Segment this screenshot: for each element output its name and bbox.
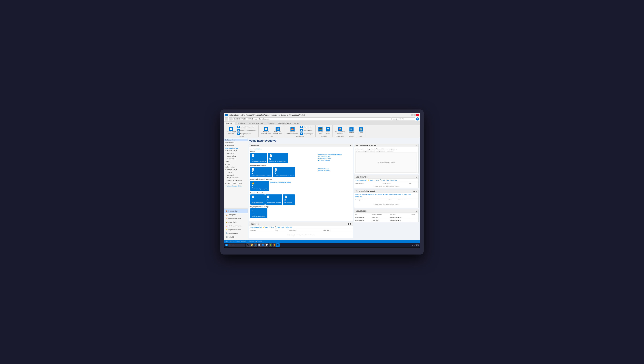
taskbar-app-8[interactable]: 🔶 [273, 243, 276, 247]
sidebar-item-nabavni-nalogi[interactable]: ▸ Nabavni nalogi [224, 150, 248, 152]
sidebar-item-kupci[interactable]: ▸ Kupci [224, 163, 248, 166]
nabavni-nalogi-card[interactable]: 📄 0 Nabavni nalogi, ki čakajo na odobri.… [250, 167, 272, 177]
knjizi-strolek-button[interactable]: 📊 Knjizi strolek zaloge v GK [237, 126, 258, 128]
notification-row-2[interactable]: BS\ANDREJA 7. 08. 2022 – uspešno končan. [355, 219, 418, 222]
close-button[interactable]: ✕ [416, 114, 418, 116]
novi-prejeti-docs-card[interactable]: 📄 0 Novi prejeti dokumenti [250, 194, 265, 204]
notification-row-1[interactable]: BS\ANDREJA 8. 08. 2022 – uspešno končan. [355, 216, 418, 219]
minimize-button[interactable]: ─ [411, 114, 413, 116]
sidebar-item-seznam-prodaje[interactable]: Seznam prodaje v EU [224, 179, 248, 182]
forward-button[interactable]: ▶ [229, 118, 232, 120]
opravila-card[interactable]: ✓ 0 Opravila uporabnikov v te... [250, 208, 267, 218]
sidebar-item-vendor-ledger[interactable]: ▸ Vendor Ledger Entries [224, 182, 248, 184]
suppliers-filter-btn[interactable]: Filter [386, 180, 389, 181]
report-all-btn[interactable]: Vsa poročila [375, 194, 382, 195]
taskbar-app-5[interactable]: 🔵 [261, 243, 265, 247]
sidebar-bottom-domaca-stran[interactable]: 🏠 Domača stran [224, 209, 248, 213]
usklajevanje-bancnega-button[interactable]: 🏦 Usklajevanjebančnega računa [272, 126, 283, 134]
tab-consolidation[interactable]: CONSOLIDATION [276, 121, 293, 125]
breadcrumb[interactable]: SLO OSNOVNO PODJETJE d.o.o. ▸ Domača str… [233, 118, 391, 120]
clear-filter-link[interactable]: Počisti filter [254, 148, 261, 150]
sidebar-bottom-administracija[interactable]: ⚙️ Administracija [224, 232, 248, 235]
tab-porocilo[interactable]: POROČILO [235, 121, 247, 125]
sidebar-item-dobavitelji[interactable]: ▸ Dobavitelji [224, 144, 248, 147]
navigiraj-button[interactable]: 🔍 Navigiraj [348, 127, 355, 134]
suppliers-collapse[interactable]: ▲ [415, 176, 417, 178]
sidebar-bottom-knjizeni[interactable]: 📁 Knjiženi dokumenti [224, 228, 248, 232]
customers-new-btn[interactable]: ✦ Novo [269, 226, 274, 228]
suppliers-manage-btn[interactable]: ↕ Upravljaj seznam [355, 180, 367, 181]
ocr-card[interactable]: 📄 0 OCR zaključen [283, 194, 295, 204]
sidebar-item-opomini[interactable]: Opomini [224, 171, 248, 174]
izracunaj-knjizi-button[interactable]: 📄 Izračunaj in knjižiobračun DDV [226, 126, 237, 134]
customers-filter-btn[interactable]: Filter [281, 226, 284, 228]
izdani-dobropis-button[interactable]: 📄 Izdani dobropis [300, 126, 314, 128]
sidebar-item-predracuni[interactable]: Predračuni [224, 152, 248, 155]
prejeti-dobropis-button[interactable]: 📨 Prejetidobropis [325, 126, 331, 134]
tab-analysis[interactable]: ANALYSIS [265, 121, 276, 125]
back-button[interactable]: ◀ [225, 118, 228, 120]
nov-izdani-link[interactable]: Nov izdani dobropis [318, 156, 352, 157]
ustvari-bremepise-link[interactable]: Ustvari bremepise ... [318, 170, 352, 171]
report-delete-btn[interactable]: ✕ Izbriši [383, 194, 388, 195]
temeljnice-usklajevanja-card[interactable]: 💰 0 Temeljnice usklajevanja plač... [250, 181, 269, 191]
report-find-btn[interactable]: 🔍 Najdi [402, 194, 407, 195]
ustvari-bremepise-button[interactable]: 📄 Ustvari bremepise... [300, 132, 314, 135]
uredi-temeljnico-placil-link[interactable]: Uredi temeljnico plačil [318, 158, 352, 159]
taskbar-app-2[interactable]: 📁 [250, 243, 254, 247]
prodajni-nalogi-card[interactable]: 📄 0 Prodajni nalogi, ki čakajo na odobri… [273, 167, 295, 177]
sidebar-item-kontni-nacrt[interactable]: Kontni načrt [224, 141, 248, 144]
osvezi-button[interactable]: 🔄 Osveži [357, 127, 364, 134]
report-unread-btn[interactable]: Neprebrana poročila [362, 194, 374, 195]
report-filter-btn[interactable]: Filter [408, 194, 411, 195]
sidebar-bottom-temeljnice[interactable]: 📋 Temeljnice [224, 213, 248, 216]
temeljnica-placil-button[interactable]: 💳 Temeljnicaplačil [317, 126, 324, 134]
suppliers-new-btn[interactable]: ✦ Novo [374, 180, 379, 181]
cashflow-collapse[interactable]: ▲ [415, 144, 417, 146]
activities-collapse[interactable]: ▲ [350, 144, 351, 146]
customers-clear-filter-btn[interactable]: Počisti filter [285, 226, 292, 228]
report-collapse[interactable]: ▲ [415, 190, 417, 192]
sidebar-item-sales-invoices[interactable]: Sales Invoices [224, 166, 248, 168]
sidebar-item-bremepisi[interactable]: Bremepisi [224, 174, 248, 176]
taskbar-app-nav[interactable]: N [276, 243, 280, 247]
temeljnica-blagajniskih-button[interactable]: 📥 Temeljnicablagajniških prejemkov [286, 126, 299, 134]
taskbar-app-6[interactable]: 💬 [265, 243, 269, 247]
sidebar-item-bancni-racuni[interactable]: Bančni računi [224, 155, 248, 158]
sidebar-item-purchase-invoices[interactable]: Purchase Invoices [224, 147, 248, 150]
sidebar-item-customer-ledger[interactable]: Customer Ledger Entries [224, 184, 248, 187]
customers-manage-btn[interactable]: ↕ Upravljaj seznam [250, 226, 262, 228]
search-box[interactable]: Iskanje (Ctrl+F3) [391, 118, 415, 120]
temeljnica-intrastata-button[interactable]: 📊 Temeljnica Intrastata [237, 132, 258, 135]
suppliers-find-btn[interactable]: 🔍 Najdi [380, 180, 385, 181]
nova-temeljnica-link[interactable]: Nova temeljnica usklajevanja plačil [270, 182, 291, 183]
report-show-btn[interactable]: 👁 Prikaži [355, 194, 361, 195]
prejeti-racuni-card[interactable]: 📄 0 Prejeti računi, ki zapadejo danes [268, 153, 288, 163]
sidebar-item-prodajni-nalogi[interactable]: ▸ Prodajni nalogi [224, 168, 248, 171]
popravi-vrednost-button[interactable]: 📊 Popravi vrednost tečajnih razl... [237, 129, 258, 132]
customers-open-btn[interactable]: 📂 Odpri [263, 226, 268, 228]
report-queue-btn[interactable]: Prikaži čakalno vrsto [389, 194, 401, 195]
tab-setup[interactable]: SETUP [293, 121, 301, 125]
odobreni-docs-card[interactable]: 📄 0 Odobreni prejeti dokumenti [265, 194, 282, 204]
sidebar-bottom-denarni-tok[interactable]: 💰 Denarni tok [224, 220, 248, 224]
uredi-temeljnico-link[interactable]: Uredi temeljnico blagajniških prejemkov [318, 154, 352, 155]
start-button[interactable]: ⊞ [225, 244, 228, 246]
taskbar-app-4[interactable]: 📧 [258, 243, 261, 247]
ustvari-opomine-button[interactable]: 📄 Ustvari opomine... [300, 129, 314, 132]
temeljnice-usklajevanja-button[interactable]: 📋 Temeljniceusklajevanja plačila [260, 126, 272, 134]
taskbar-app-7[interactable]: 🟢 [269, 243, 272, 247]
taskbar-app-3[interactable]: 🌐 [254, 243, 257, 247]
izracunaj-popravek-button[interactable]: 🏭 Izračunaj popravekvrednosti... [334, 126, 346, 134]
sidebar-bottom-osnovna-sredstva[interactable]: 🏗️ Osnovna sredstva [224, 216, 248, 220]
sidebar-item-prejeti-dokumenti[interactable]: Prejeti dokumenti [224, 176, 248, 179]
sidebar-bottom-oddelki[interactable]: 🏢 Oddelki [224, 235, 248, 239]
taskbar-search[interactable] [228, 244, 245, 246]
sidebar-bottom-stroskovno[interactable]: 📊 Stroškovno knjižov... [224, 224, 248, 228]
customers-find-btn[interactable]: 🔍 Najdi [275, 226, 280, 228]
sidebar-item-vpisi-ddv[interactable]: Vpiši DDV-ja [224, 158, 248, 160]
help-button[interactable]: ? [416, 118, 419, 120]
customers-settings-icon[interactable]: ⚙ [350, 223, 351, 225]
suppliers-clear-btn[interactable]: Počisti filter [390, 180, 397, 181]
notifications-collapse[interactable]: ▲ [415, 210, 417, 212]
